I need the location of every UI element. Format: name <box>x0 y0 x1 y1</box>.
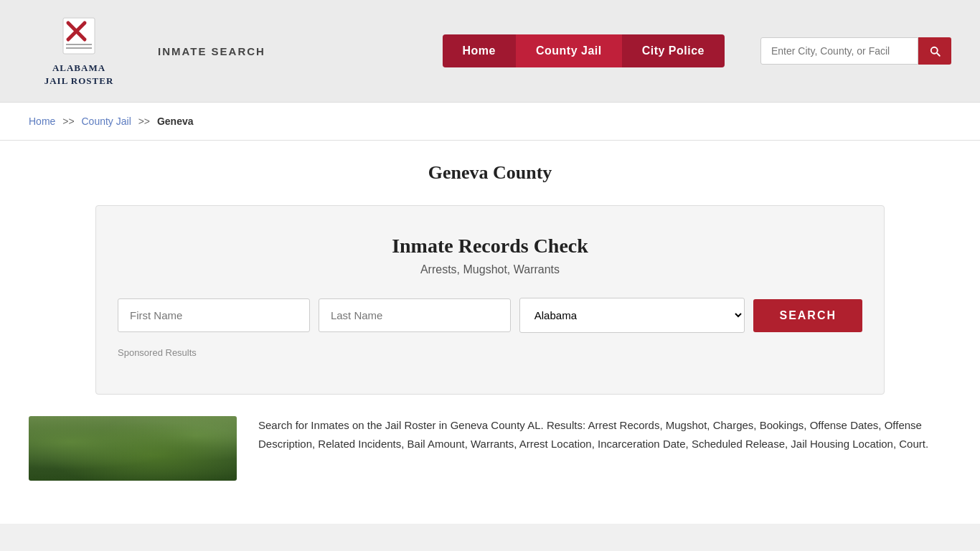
state-select[interactable]: Alabama Alaska Arizona Arkansas Californ… <box>519 298 745 333</box>
bottom-image-inner <box>29 416 237 481</box>
nav-home-button[interactable]: Home <box>443 34 516 67</box>
bottom-description: Search for Inmates on the Jail Roster in… <box>258 416 951 453</box>
header: ALABAMA JAIL ROSTER INMATE SEARCH Home C… <box>0 0 980 103</box>
search-icon <box>928 44 941 57</box>
nav-county-jail-button[interactable]: County Jail <box>516 34 622 67</box>
sponsored-label: Sponsored Results <box>118 347 862 358</box>
header-search-button[interactable] <box>918 37 951 65</box>
inmate-search-form: Alabama Alaska Arizona Arkansas Californ… <box>118 298 862 333</box>
card-subtitle: Arrests, Mugshot, Warrants <box>118 263 862 276</box>
logo-text: ALABAMA JAIL ROSTER <box>44 62 114 88</box>
logo-area: ALABAMA JAIL ROSTER <box>29 14 129 88</box>
breadcrumb-home-link[interactable]: Home <box>29 116 55 127</box>
nav-buttons: Home County Jail City Police <box>443 34 725 67</box>
first-name-input[interactable] <box>118 298 310 332</box>
nav-city-police-button[interactable]: City Police <box>622 34 725 67</box>
page-title: Geneva County <box>29 162 951 184</box>
breadcrumb-county-jail-link[interactable]: County Jail <box>82 116 131 127</box>
header-search-bar <box>760 37 951 65</box>
last-name-input[interactable] <box>319 298 511 332</box>
search-submit-button[interactable]: SEARCH <box>753 299 862 332</box>
card-title: Inmate Records Check <box>118 235 862 258</box>
logo-icon <box>57 14 100 57</box>
bottom-image <box>29 416 237 481</box>
breadcrumb-current: Geneva <box>157 116 194 127</box>
breadcrumb-sep-1: >> <box>62 116 74 127</box>
breadcrumb-sep-2: >> <box>138 116 150 127</box>
breadcrumb: Home >> County Jail >> Geneva <box>0 103 980 141</box>
inmate-search-label: INMATE SEARCH <box>158 45 265 57</box>
bottom-section: Search for Inmates on the Jail Roster in… <box>29 416 951 502</box>
header-search-input[interactable] <box>760 37 918 65</box>
main-content: Geneva County Inmate Records Check Arres… <box>0 141 980 524</box>
inmate-search-card: Inmate Records Check Arrests, Mugshot, W… <box>95 205 885 395</box>
